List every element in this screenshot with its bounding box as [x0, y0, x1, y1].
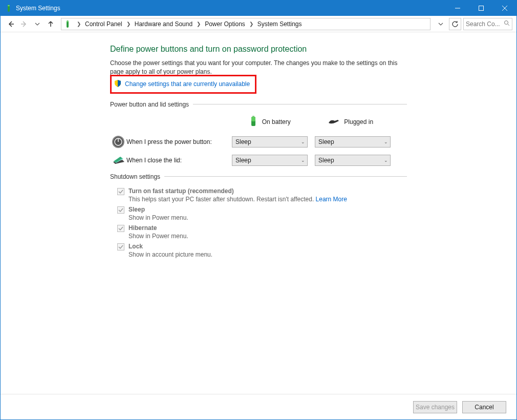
recent-locations-button[interactable]: [31, 18, 44, 30]
search-input[interactable]: Search Co...: [463, 18, 512, 30]
shield-icon: [114, 79, 122, 89]
address-dropdown-button[interactable]: [435, 18, 447, 30]
shutdown-item-lock: Lock Show in account picture menu.: [110, 240, 407, 258]
close-button[interactable]: [493, 1, 516, 16]
shutdown-item-subtitle: Show in Power menu.: [128, 233, 188, 240]
checkbox-hibernate[interactable]: [117, 225, 124, 232]
forward-button[interactable]: [18, 18, 30, 30]
svg-point-10: [505, 21, 508, 25]
chevron-down-icon: ⌄: [384, 139, 388, 144]
content-area: Define power buttons and turn on passwor…: [1, 32, 516, 394]
close-lid-battery-select[interactable]: Sleep⌄: [232, 155, 308, 166]
battery-icon: [249, 115, 258, 129]
shutdown-settings-group: Shutdown settings Turn on fast startup (…: [110, 173, 407, 258]
divider: [193, 104, 407, 104]
save-button[interactable]: Save changes: [413, 401, 457, 413]
close-lid-plugged-select[interactable]: Sleep⌄: [315, 155, 391, 166]
svg-point-9: [67, 20, 69, 22]
power-button-battery-select[interactable]: Sleep⌄: [232, 136, 308, 148]
window: System Settings ❯ Control Panel ❯ Hardwa…: [0, 0, 517, 420]
change-settings-link[interactable]: Change settings that are currently unava…: [125, 80, 250, 88]
svg-point-1: [8, 5, 10, 6]
search-placeholder: Search Co...: [466, 20, 504, 28]
shutdown-item-sleep: Sleep Show in Power menu.: [110, 203, 407, 221]
shutdown-item-title: Hibernate: [128, 224, 188, 232]
breadcrumb-item[interactable]: System Settings: [255, 20, 304, 28]
svg-rect-14: [251, 117, 255, 121]
toolbar: ❯ Control Panel ❯ Hardware and Sound ❯ P…: [1, 16, 516, 32]
shutdown-item-title: Turn on fast startup (recommended): [128, 187, 347, 195]
app-icon: [5, 4, 13, 12]
divider: [164, 176, 407, 177]
refresh-button[interactable]: [449, 18, 461, 30]
shutdown-item-subtitle: Show in account picture menu.: [128, 251, 212, 258]
footer: Save changes Cancel: [1, 394, 516, 419]
col-header-battery: On battery: [249, 115, 328, 129]
chevron-down-icon: ⌄: [301, 158, 305, 163]
shutdown-item-hibernate: Hibernate Show in Power menu.: [110, 221, 407, 240]
breadcrumb-item[interactable]: Control Panel: [83, 20, 124, 28]
learn-more-link[interactable]: Learn More: [316, 196, 347, 203]
up-button[interactable]: [45, 18, 57, 30]
group-title-text: Shutdown settings: [110, 173, 160, 180]
minimize-button[interactable]: [446, 1, 469, 16]
checkbox-sleep[interactable]: [117, 206, 124, 214]
search-icon: [504, 20, 510, 28]
svg-rect-3: [479, 6, 484, 11]
chevron-down-icon: ⌄: [301, 139, 305, 144]
col-header-plugged: Plugged in: [328, 118, 407, 127]
row-label: When I press the power button:: [126, 138, 224, 145]
change-settings-highlight: Change settings that are currently unava…: [110, 75, 256, 94]
page-title: Define power buttons and turn on passwor…: [110, 45, 407, 54]
shutdown-item-title: Lock: [128, 243, 212, 250]
chevron-right-icon: ❯: [125, 21, 132, 27]
checkbox-fast-startup[interactable]: [117, 188, 124, 195]
chevron-right-icon: ❯: [248, 21, 254, 27]
power-button-plugged-select[interactable]: Sleep⌄: [315, 136, 391, 148]
power-button-row: When I press the power button: Sleep⌄ Sl…: [110, 135, 407, 149]
row-label: When I close the lid:: [126, 157, 224, 164]
close-lid-row: When I close the lid: Sleep⌄ Sleep⌄: [110, 155, 407, 166]
back-button[interactable]: [5, 18, 17, 30]
battery-icon: [63, 20, 72, 28]
maximize-button[interactable]: [469, 1, 493, 16]
shutdown-item-subtitle: Show in Power menu.: [128, 214, 188, 221]
laptop-icon: [110, 155, 126, 166]
plug-icon: [328, 118, 340, 127]
shutdown-item-subtitle: This helps start your PC faster after sh…: [128, 196, 347, 203]
breadcrumb[interactable]: ❯ Control Panel ❯ Hardware and Sound ❯ P…: [61, 18, 430, 30]
group-title-text: Power button and lid settings: [110, 101, 189, 108]
page-description: Choose the power settings that you want …: [110, 59, 407, 77]
svg-line-11: [508, 24, 509, 26]
window-title: System Settings: [16, 5, 446, 12]
shutdown-item-title: Sleep: [128, 206, 188, 213]
shutdown-item-fast-startup: Turn on fast startup (recommended) This …: [110, 184, 407, 203]
titlebar: System Settings: [1, 1, 516, 16]
power-icon: [110, 135, 126, 149]
checkbox-lock[interactable]: [117, 243, 124, 250]
cancel-button[interactable]: Cancel: [462, 401, 506, 413]
chevron-right-icon: ❯: [76, 21, 82, 27]
breadcrumb-item[interactable]: Power Options: [203, 20, 247, 28]
power-button-group: Power button and lid settings On battery…: [110, 101, 407, 166]
breadcrumb-item[interactable]: Hardware and Sound: [133, 20, 195, 28]
chevron-right-icon: ❯: [196, 21, 202, 27]
chevron-down-icon: ⌄: [384, 158, 388, 163]
